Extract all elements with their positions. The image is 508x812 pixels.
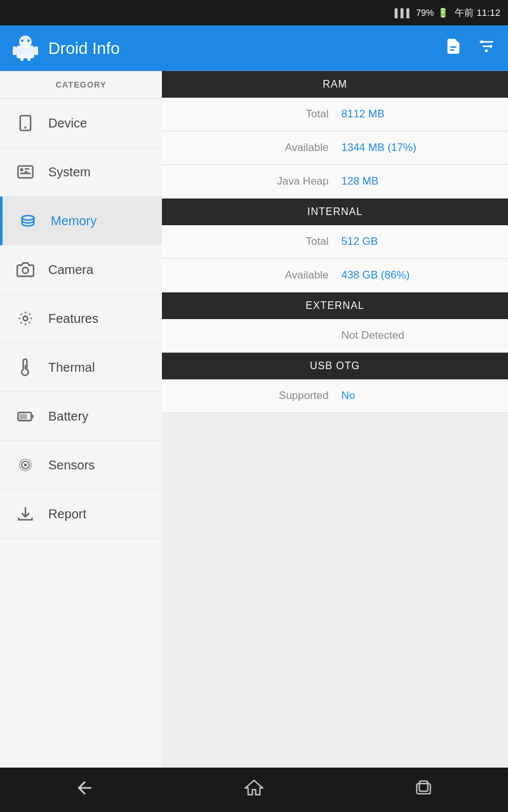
ram-javaheap-value: 128 MB — [342, 175, 493, 188]
sidebar-item-features[interactable]: Features — [0, 294, 162, 343]
nav-bar — [0, 768, 508, 812]
system-icon — [13, 159, 38, 185]
sensors-icon — [13, 452, 38, 478]
internal-total-label: Total — [177, 235, 342, 248]
sidebar-item-label: Memory — [51, 214, 97, 228]
camera-icon — [13, 257, 38, 282]
app-bar-actions — [442, 35, 498, 62]
sidebar-item-sensors[interactable]: Sensors — [0, 441, 162, 490]
internal-available-value: 438 GB (86%) — [342, 269, 493, 282]
svg-point-13 — [481, 40, 484, 43]
app-title: Droid Info — [48, 39, 442, 58]
usbotg-supported-row: Supported No — [162, 379, 508, 413]
svg-line-32 — [21, 322, 22, 324]
svg-rect-3 — [34, 46, 38, 55]
internal-section-header: INTERNAL — [162, 199, 508, 225]
svg-point-14 — [490, 44, 493, 48]
content-area: RAM Total 8112 MB Available 1344 MB (17%… — [162, 71, 508, 768]
svg-point-6 — [21, 39, 23, 42]
svg-point-7 — [27, 39, 30, 42]
main-content: CATEGORY Device Syst — [0, 71, 508, 768]
external-notdetected-value: Not Detected — [342, 329, 493, 342]
ram-available-row: Available 1344 MB (17%) — [162, 131, 508, 165]
device-icon — [13, 110, 38, 136]
report-button[interactable] — [442, 35, 465, 62]
battery-icon — [13, 403, 38, 429]
ram-javaheap-label: Java Heap — [177, 175, 342, 188]
memory-icon — [15, 208, 41, 233]
svg-point-17 — [24, 126, 27, 129]
internal-available-row: Available 438 GB (86%) — [162, 259, 508, 292]
sidebar-item-label: Report — [48, 507, 86, 521]
svg-point-24 — [22, 268, 28, 273]
svg-point-25 — [23, 317, 28, 321]
report-download-icon — [13, 501, 38, 527]
ram-total-label: Total — [177, 108, 342, 121]
svg-rect-21 — [25, 171, 28, 173]
ram-total-row: Total 8112 MB — [162, 98, 508, 131]
usbotg-supported-label: Supported — [177, 390, 342, 402]
sidebar-item-label: Sensors — [48, 458, 95, 473]
svg-rect-36 — [20, 414, 27, 419]
svg-rect-22 — [20, 173, 30, 174]
svg-rect-41 — [419, 781, 427, 791]
features-icon — [13, 306, 38, 331]
sidebar-item-camera[interactable]: Camera — [0, 246, 162, 294]
svg-rect-1 — [17, 46, 34, 58]
app-bar: Droid Info — [0, 25, 508, 71]
sidebar-item-thermal[interactable]: Thermal — [0, 343, 162, 392]
svg-line-33 — [29, 314, 30, 315]
app-logo — [10, 33, 41, 63]
svg-rect-5 — [27, 55, 30, 61]
svg-line-31 — [29, 322, 30, 324]
svg-point-23 — [22, 216, 34, 220]
svg-rect-4 — [20, 55, 23, 61]
internal-available-label: Available — [177, 269, 342, 282]
external-notdetected-row: Not Detected — [162, 319, 508, 353]
sidebar-item-label: Camera — [48, 263, 93, 277]
sidebar-item-report[interactable]: Report — [0, 490, 162, 539]
battery-percent: 79% — [416, 8, 434, 18]
internal-total-row: Total 512 GB — [162, 225, 508, 259]
ram-javaheap-row: Java Heap 128 MB — [162, 165, 508, 199]
recents-button[interactable] — [394, 773, 453, 808]
usbotg-section-header: USB OTG — [162, 353, 508, 379]
ram-section-header: RAM — [162, 71, 508, 98]
sidebar-item-label: Battery — [48, 409, 88, 424]
thermal-icon — [13, 355, 38, 380]
back-button[interactable] — [55, 773, 114, 808]
svg-rect-20 — [25, 168, 29, 169]
sidebar-category-label: CATEGORY — [0, 71, 162, 99]
home-button[interactable] — [225, 773, 283, 808]
sidebar-item-label: Device — [48, 116, 87, 131]
ram-available-value: 1344 MB (17%) — [342, 141, 493, 154]
sidebar-item-label: System — [48, 165, 91, 180]
filter-button[interactable] — [475, 35, 498, 62]
sidebar-item-battery[interactable]: Battery — [0, 392, 162, 441]
sidebar-item-device[interactable]: Device — [0, 99, 162, 148]
svg-point-15 — [485, 49, 488, 52]
ram-available-label: Available — [177, 141, 342, 154]
external-section-header: EXTERNAL — [162, 292, 508, 319]
signal-icon: ▌▌▌ — [395, 8, 413, 18]
usbotg-supported-value: No — [342, 390, 493, 402]
svg-rect-2 — [13, 46, 17, 55]
sidebar-item-label: Features — [48, 311, 98, 326]
internal-total-value: 512 GB — [342, 235, 493, 248]
ram-total-value: 8112 MB — [342, 108, 493, 121]
svg-rect-19 — [20, 168, 23, 171]
sidebar-item-memory[interactable]: Memory — [0, 197, 162, 246]
svg-point-37 — [24, 464, 27, 467]
time-display: 午前 11:12 — [455, 7, 500, 19]
battery-icon: 🔋 — [438, 8, 448, 18]
svg-line-30 — [21, 314, 22, 315]
sidebar-item-system[interactable]: System — [0, 148, 162, 197]
sidebar: CATEGORY Device Syst — [0, 71, 162, 768]
status-bar: ▌▌▌ 79% 🔋 午前 11:12 — [0, 0, 508, 25]
sidebar-item-label: Thermal — [48, 360, 95, 375]
